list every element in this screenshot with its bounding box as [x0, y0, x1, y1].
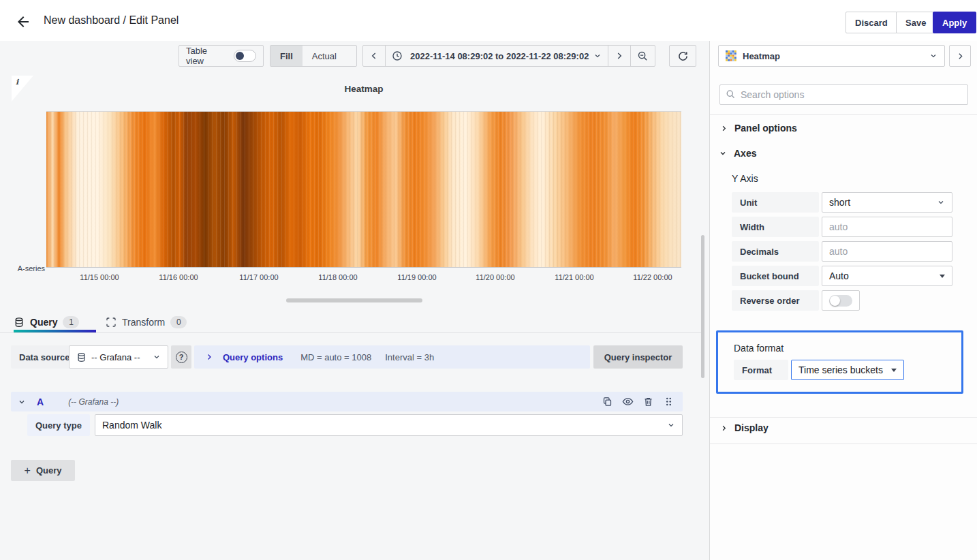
caret-down-icon: [940, 275, 945, 278]
data-format-highlight-box: Data format Format Time series buckets: [716, 330, 963, 394]
heatmap-image[interactable]: [46, 111, 681, 267]
hide-query-eye-icon[interactable]: [620, 394, 635, 409]
datasource-picker[interactable]: -- Grafana --: [69, 345, 168, 369]
time-back-button[interactable]: [363, 46, 385, 66]
y-axis-series-label: A-series: [10, 264, 45, 273]
x-axis-tick-label: 11/22 00:00: [633, 273, 672, 281]
unit-select[interactable]: short: [822, 192, 952, 213]
query-options-bar[interactable]: Query options MD = auto = 1008 Interval …: [194, 345, 590, 369]
add-query-button[interactable]: + Query: [11, 460, 75, 481]
drag-handle-icon[interactable]: [661, 394, 676, 409]
x-axis-tick-label: 11/20 00:00: [476, 273, 514, 281]
edit-panel-left-pane: Table view Fill Actual 2022-11-14 08:29:…: [0, 41, 709, 560]
save-button[interactable]: Save: [896, 12, 935, 33]
query-row-a-header[interactable]: A (-- Grafana --): [11, 392, 683, 411]
chevron-down-icon: [929, 52, 937, 60]
add-query-label: Query: [36, 465, 62, 476]
axes-label: Axes: [734, 148, 756, 159]
datasource-help-button[interactable]: ?: [171, 345, 191, 369]
unit-label: Unit: [732, 192, 819, 213]
x-axis-tick-label: 11/17 00:00: [239, 273, 278, 281]
decimals-label: Decimals: [732, 241, 819, 262]
datasource-row: Data source: [11, 345, 78, 369]
query-count-badge: 1: [63, 316, 79, 328]
heatmap-x-axis: 11/15 00:0011/16 00:0011/17 00:0011/18 0…: [46, 273, 681, 284]
chevron-down-icon: [719, 149, 727, 157]
bucket-bound-label: Bucket bound: [732, 266, 819, 286]
tab-query-label: Query: [30, 317, 57, 328]
y-axis-subheading: Y Axis: [732, 173, 758, 184]
datasource-label: Data source: [11, 345, 78, 369]
query-type-select[interactable]: Random Walk: [95, 414, 683, 436]
back-arrow-icon[interactable]: [15, 14, 31, 30]
tab-transform-label: Transform: [122, 317, 165, 328]
discard-button[interactable]: Discard: [846, 12, 897, 33]
plus-icon: +: [25, 465, 31, 477]
axes-section[interactable]: Axes: [719, 148, 756, 159]
x-axis-tick-label: 11/16 00:00: [159, 273, 198, 281]
interval-text: Interval = 3h: [385, 352, 434, 362]
delete-query-trash-icon[interactable]: [640, 394, 655, 409]
search-options-box: [719, 84, 968, 105]
panel-options-section[interactable]: Panel options: [720, 123, 797, 134]
query-options-label[interactable]: Query options: [223, 352, 283, 362]
width-label: Width: [732, 217, 819, 237]
chevron-down-icon: [667, 421, 675, 429]
decimals-input[interactable]: [822, 241, 952, 262]
x-axis-tick-label: 11/21 00:00: [555, 273, 593, 281]
refresh-icon: [677, 50, 689, 62]
datasource-value: -- Grafana --: [91, 352, 140, 362]
search-options-input[interactable]: [719, 84, 968, 105]
display-section[interactable]: Display: [720, 422, 769, 433]
display-label: Display: [734, 422, 769, 433]
reverse-order-toggle[interactable]: [822, 290, 860, 311]
refresh-button[interactable]: [669, 45, 696, 67]
transform-count-badge: 0: [170, 316, 187, 328]
panel-options-pane: Heatmap Panel options Axes Y Axis Unit s…: [709, 41, 977, 560]
vertical-scrollbar[interactable]: [701, 235, 704, 378]
chevron-right-icon: [720, 424, 728, 432]
panel-info-corner[interactable]: [12, 76, 33, 102]
clock-icon: [392, 50, 403, 61]
page-title: New dashboard / Edit Panel: [44, 14, 179, 27]
search-icon: [726, 89, 736, 99]
actual-option[interactable]: Actual: [303, 46, 346, 66]
time-range-controls: 2022-11-14 08:29:02 to 2022-11-22 08:29:…: [362, 45, 655, 67]
width-input[interactable]: [822, 217, 952, 237]
time-range-picker[interactable]: 2022-11-14 08:29:02 to 2022-11-22 08:29:…: [386, 46, 608, 66]
unit-value: short: [829, 197, 850, 208]
format-value: Time series buckets: [798, 364, 883, 375]
panel-title: Heatmap: [46, 84, 681, 94]
chevron-down-icon[interactable]: [18, 398, 26, 406]
max-data-points-text: MD = auto = 1008: [300, 352, 371, 362]
fill-actual-segmented: Fill Actual: [270, 45, 357, 67]
tab-transform[interactable]: Transform 0: [106, 312, 187, 332]
chevron-down-icon: [153, 353, 161, 361]
toggle-knob: [236, 52, 244, 60]
top-header: New dashboard / Edit Panel Discard Save …: [0, 0, 977, 41]
time-forward-button[interactable]: [608, 46, 630, 66]
zoom-out-icon[interactable]: [631, 46, 655, 66]
data-format-title: Data format: [734, 343, 784, 354]
query-type-value: Random Walk: [102, 420, 161, 431]
horizontal-scrollbar[interactable]: [286, 298, 422, 302]
apply-button[interactable]: Apply: [933, 12, 976, 33]
visualization-picker[interactable]: Heatmap: [718, 45, 945, 67]
help-icon: ?: [176, 352, 187, 363]
heatmap-viz-icon: [726, 50, 736, 61]
query-type-label: Query type: [27, 414, 90, 436]
format-select[interactable]: Time series buckets: [791, 360, 904, 380]
chevron-right-icon: [205, 353, 213, 361]
collapse-options-pane-button[interactable]: [949, 45, 971, 67]
panel-options-label: Panel options: [734, 123, 797, 134]
duplicate-query-icon[interactable]: [600, 394, 615, 409]
bucket-bound-select[interactable]: Auto: [822, 266, 952, 286]
fill-option[interactable]: Fill: [270, 46, 303, 66]
chevron-down-icon: [937, 198, 945, 206]
table-view-toggle[interactable]: [234, 50, 256, 62]
query-inspector-button[interactable]: Query inspector: [593, 345, 683, 369]
reverse-order-label: Reverse order: [732, 290, 819, 311]
toggle-knob: [830, 296, 840, 306]
database-icon: [76, 352, 87, 362]
query-type-label-chip: Query type: [27, 414, 90, 436]
